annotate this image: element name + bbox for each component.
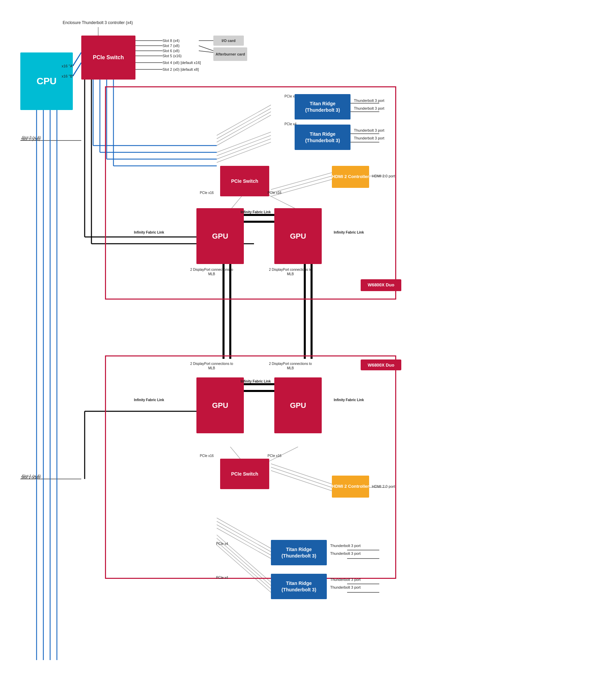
svg-line-1 [73, 63, 81, 76]
top-titan-1: Titan Ridge (Thunderbolt 3) [295, 94, 351, 119]
diagram: Slot 3 (x16) Slot 1 (x16) [0, 0, 616, 677]
cpu-block: CPU [20, 52, 73, 110]
slot2-label: Slot 2 (x0) [default x8] [163, 67, 199, 72]
bottom-dp-right: 2 DisplayPort connections to MLB [266, 362, 315, 370]
top-dp-left: 2 DisplayPort connections to MLB [188, 267, 235, 276]
top-w6800x-badge: W6800X Duo [361, 279, 401, 290]
bottom-gpu-right: GPU [274, 377, 322, 433]
svg-line-10 [199, 51, 213, 52]
bottom-pcie-x4-2: PCIe x4 [216, 575, 228, 580]
bottom-titan-1: Titan Ridge (Thunderbolt 3) [271, 540, 327, 565]
top-tb3-2a: Thunderbolt 3 port [354, 128, 384, 133]
afterburner-card: Afterburner card [213, 47, 247, 61]
pcie-switch-top: PCIe Switch [81, 36, 135, 80]
bottom-pcie-switch: PCIe Switch [220, 459, 269, 489]
svg-line-9 [199, 46, 213, 51]
top-tb3-1a: Thunderbolt 3 port [354, 98, 384, 103]
top-pcie-x16-right: PCIe x16 [268, 191, 281, 195]
slot8-label: Slot 8 (x4) [163, 38, 179, 43]
bottom-dp-left: 2 DisplayPort connections to MLB [188, 362, 235, 370]
io-card: I/O card [213, 36, 244, 46]
slot5-label: Slot 5 (x16) [163, 53, 182, 58]
enclosure-label: Enclosure Thunderbolt 3 controller (x4) [63, 20, 133, 26]
top-tb3-2b: Thunderbolt 3 port [354, 136, 384, 140]
bottom-hdmi-controller: HDMI 2 Controller [332, 476, 369, 498]
top-titan-2: Titan Ridge (Thunderbolt 3) [295, 125, 351, 150]
bottom-pcie-x16-right: PCIe x16 [268, 454, 281, 458]
bottom-gpu-left: GPU [196, 377, 244, 433]
x16b-label: x16 "B" [62, 74, 74, 79]
slot3-label: Slot 3 (x16) [21, 137, 40, 141]
top-infinity-right: Infinity Fabric Link [332, 230, 366, 235]
bottom-infinity-right: Infinity Fabric Link [332, 398, 366, 402]
bottom-titan-2: Titan Ridge (Thunderbolt 3) [271, 574, 327, 599]
top-pcie-switch: PCIe Switch [220, 166, 269, 196]
bottom-tb3-1a: Thunderbolt 3 port [330, 543, 361, 548]
bottom-tb3-2a: Thunderbolt 3 port [330, 577, 361, 582]
bottom-infinity-top: Infinity Fabric Link [235, 379, 276, 384]
bottom-w6800x-badge: W6800X Duo [361, 359, 401, 370]
bottom-infinity-left: Infinity Fabric Link [132, 398, 166, 402]
top-tb3-1b: Thunderbolt 3 port [354, 106, 384, 111]
top-hdmi-port: HDMI 2.0 port [372, 174, 395, 178]
bottom-pcie-x16-left: PCIe x16 [200, 454, 214, 458]
svg-line-0 [73, 52, 81, 66]
x16a-label: x16 "A" [62, 64, 74, 68]
slot7-label: Slot 7 (x8) [163, 43, 179, 48]
bottom-tb3-1b: Thunderbolt 3 port [330, 551, 361, 556]
top-infinity-left: Infinity Fabric Link [132, 230, 166, 235]
slot6-label: Slot 6 (x8) [163, 48, 179, 53]
top-gpu-right: GPU [274, 208, 322, 264]
top-dp-right: 2 DisplayPort connections to MLB [266, 267, 315, 276]
slot1-label: Slot 1 (x16) [21, 475, 40, 480]
slot4-label: Slot 4 (x8) [default x16] [163, 60, 201, 65]
top-hdmi-controller: HDMI 2 Controller [332, 166, 369, 188]
top-gpu-left: GPU [196, 208, 244, 264]
bottom-hdmi-port: HDMI 2.0 port [372, 484, 395, 489]
bottom-pcie-x4-1: PCIe x4 [216, 542, 228, 546]
bottom-tb3-2b: Thunderbolt 3 port [330, 585, 361, 590]
top-pcie-x16-left: PCIe x16 [200, 191, 214, 195]
top-infinity-top: Infinity Fabric Link [235, 210, 276, 214]
